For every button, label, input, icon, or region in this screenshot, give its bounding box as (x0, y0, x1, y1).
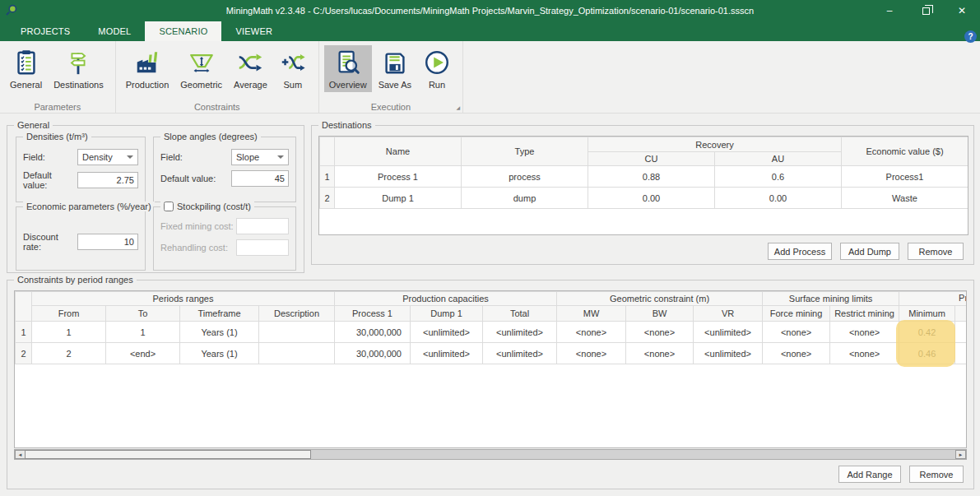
cell-process1[interactable]: 30,000,000 (335, 343, 411, 364)
cell-type[interactable]: dump (462, 188, 588, 209)
rehandling-cost-label: Rehandling cost: (160, 243, 228, 253)
remove-destination-button[interactable]: Remove (908, 243, 964, 260)
cell-type[interactable]: process (462, 166, 588, 188)
cell-dump1[interactable]: <unlimited> (411, 343, 483, 364)
destinations-button[interactable]: Destinations (49, 45, 109, 92)
cell-cu[interactable]: 0.88 (588, 166, 715, 188)
cell-bw[interactable]: <none> (626, 322, 694, 343)
average-button[interactable]: Average (229, 45, 272, 92)
restore-icon (922, 7, 930, 15)
density-field-value: Density (82, 152, 113, 162)
cell-to[interactable]: 1 (106, 322, 180, 343)
scroll-right-icon[interactable]: ► (955, 450, 966, 459)
general-groupbox-title: General (14, 120, 53, 130)
stockpiling-checkbox[interactable] (164, 202, 174, 211)
col-header-to: To (106, 306, 180, 322)
fixed-mining-cost-input[interactable] (236, 218, 289, 234)
row-header: 1 (320, 166, 335, 188)
cell-force-mining[interactable]: <none> (763, 322, 830, 343)
cell-vr[interactable]: <unlimited> (694, 343, 763, 364)
col-header-from: From (32, 306, 106, 322)
col-header-minimum: Minimum (899, 306, 955, 322)
ribbon-group-label-parameters: Parameters (0, 102, 115, 112)
cell-restrict-mining[interactable]: <none> (830, 322, 899, 343)
run-button[interactable]: Run (418, 45, 456, 92)
col-header-name: Name (335, 137, 462, 166)
general-button[interactable]: General (5, 45, 47, 92)
slope-field-select[interactable]: Slope (231, 149, 289, 165)
slope-default-label: Default value: (160, 174, 216, 183)
cell-economic[interactable]: Process1 (842, 166, 968, 188)
col-header-force-mining: Force mining (763, 306, 830, 322)
cell-to[interactable]: <end> (106, 343, 180, 364)
restore-button[interactable] (908, 0, 944, 21)
scrollbar-thumb[interactable] (25, 450, 311, 459)
help-icon[interactable]: ? (964, 30, 977, 43)
corner-header (320, 137, 335, 166)
group-header-truncated: Pro (899, 292, 967, 306)
remove-range-button[interactable]: Remove (909, 466, 964, 483)
cell-restrict-mining[interactable]: <none> (830, 343, 899, 364)
minimize-button[interactable]: – (871, 0, 908, 21)
cell-from[interactable]: 1 (32, 322, 106, 343)
sum-button[interactable]: Sum (274, 45, 312, 92)
add-dump-button[interactable]: Add Dump (840, 243, 899, 260)
slope-default-input[interactable] (231, 170, 289, 187)
density-field-select[interactable]: Density (77, 149, 138, 165)
cell-process1[interactable]: 30,000,000 (335, 322, 411, 343)
cell-from[interactable]: 2 (32, 343, 106, 364)
tab-viewer[interactable]: VIEWER (221, 21, 286, 41)
constraints-groupbox-title: Constraints by period ranges (14, 275, 137, 285)
tab-model[interactable]: MODEL (84, 21, 145, 41)
cell-total[interactable]: <unlimited> (483, 343, 557, 364)
col-header-mw: MW (557, 306, 626, 322)
cell-description[interactable] (259, 322, 335, 343)
cell-force-mining[interactable]: <none> (763, 343, 830, 364)
group-header-periods: Periods ranges (32, 292, 335, 306)
cell-timeframe[interactable]: Years (1) (180, 322, 259, 343)
add-range-button[interactable]: Add Range (838, 466, 901, 483)
cell-au[interactable]: 0.00 (715, 188, 842, 209)
cell-economic[interactable]: Waste (842, 188, 968, 209)
slope-field-value: Slope (236, 152, 259, 162)
cell-dump1[interactable]: <unlimited> (411, 322, 483, 343)
cell-total[interactable]: <unlimited> (483, 322, 557, 343)
cell-vr[interactable]: <unlimited> (694, 322, 763, 343)
cell-bw[interactable]: <none> (626, 343, 694, 364)
cell-minimum[interactable]: 0.42 (899, 322, 955, 343)
cell-cu[interactable]: 0.00 (588, 188, 715, 209)
save-as-button[interactable]: Save As (374, 45, 416, 92)
economic-parameters-groupbox: Economic parameters (%/year) Discount ra… (16, 206, 146, 271)
close-button[interactable]: ✕ (944, 0, 980, 21)
overview-button[interactable]: Overview (324, 45, 372, 92)
cell-name[interactable]: Process 1 (335, 166, 462, 188)
chevron-down-icon (277, 155, 284, 159)
tab-projects[interactable]: PROJECTS (7, 21, 84, 41)
rehandling-cost-input[interactable] (236, 239, 289, 256)
cell-minimum[interactable]: 0.46 (899, 343, 955, 364)
group-header-surface: Surface mining limits (763, 292, 899, 306)
general-groupbox: General Densities (t/m³) Field: Density … (7, 125, 304, 273)
horizontal-scrollbar[interactable]: ◄ ► (14, 449, 967, 460)
table-row: 2 2 <end> Years (1) 30,000,000 <unlimite… (16, 343, 968, 364)
add-process-button[interactable]: Add Process (768, 243, 832, 260)
cell-name[interactable]: Dump 1 (335, 188, 462, 209)
cell-timeframe[interactable]: Years (1) (180, 343, 259, 364)
geometric-button[interactable]: Geometric (175, 45, 227, 92)
tab-scenario[interactable]: SCENARIO (145, 21, 221, 41)
cell-mw[interactable]: <none> (557, 322, 626, 343)
cell-mw[interactable]: <none> (557, 343, 626, 364)
cell-au[interactable]: 0.6 (715, 166, 842, 188)
chevron-down-icon (127, 155, 133, 159)
discount-rate-input[interactable] (77, 234, 138, 250)
density-default-input[interactable] (77, 172, 138, 188)
constraints-table: Periods ranges Production capacities Geo… (14, 290, 967, 448)
col-header-bw: BW (626, 306, 694, 322)
ribbon-group-constraints: Production Geometric (116, 41, 319, 113)
production-button[interactable]: Production (121, 45, 174, 92)
cell-description[interactable] (259, 343, 335, 364)
destinations-groupbox-title: Destinations (318, 120, 375, 130)
density-default-label: Default value: (23, 170, 77, 190)
ribbon: General Destinations Parameters (0, 41, 980, 114)
minimize-icon: – (887, 5, 893, 16)
